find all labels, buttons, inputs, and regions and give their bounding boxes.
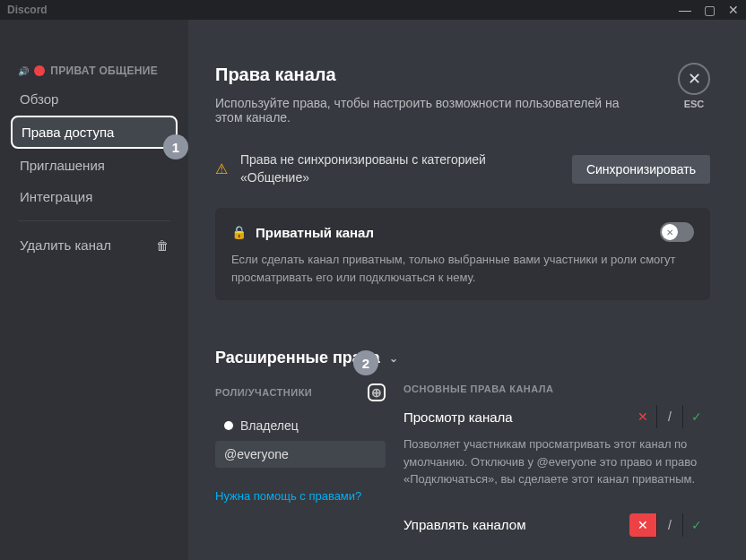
close-icon: ✕ (678, 63, 710, 95)
permission-neutral-button[interactable]: / (656, 513, 683, 537)
lock-icon: 🔒 (231, 225, 247, 239)
private-description: Если сделать канал приватным, только выб… (231, 251, 694, 286)
role-name: @everyone (224, 447, 289, 461)
roles-header-label: РОЛИ/УЧАСТНИКИ (215, 387, 312, 398)
sidebar-item-integrations[interactable]: Интеграция (11, 182, 178, 211)
private-title: Приватный канал (256, 225, 374, 240)
role-color-dot (224, 421, 233, 430)
advanced-permissions-header[interactable]: Расширенные права ⌄ 2 (215, 349, 710, 367)
close-window-icon[interactable]: ✕ (728, 4, 739, 16)
add-role-button[interactable]: ⊕ (368, 383, 386, 401)
permission-description: Позволяет участникам просматривать этот … (403, 435, 710, 488)
permissions-header: ОСНОВНЫЕ ПРАВА КАНАЛА (403, 383, 710, 394)
permission-toggle: ✕ / ✓ (629, 405, 710, 428)
divider (18, 220, 170, 221)
sidebar-item-invites[interactable]: Приглашения (11, 151, 178, 180)
permissions-help-link[interactable]: Нужна помощь с правами? (215, 489, 386, 503)
minimize-icon[interactable]: — (679, 4, 691, 16)
annotation-badge-2: 2 (353, 350, 378, 375)
permission-deny-button[interactable]: ✕ (629, 513, 656, 537)
role-name: Владелец (240, 418, 299, 433)
sidebar-item-label: Права доступа (22, 125, 114, 140)
permission-view-channel: Просмотр канала ✕ / ✓ Позволяет участник… (403, 405, 710, 488)
role-item-everyone[interactable]: @everyone (215, 441, 386, 468)
permission-deny-button[interactable]: ✕ (629, 405, 656, 428)
window-controls: — ▢ ✕ (679, 4, 739, 16)
sidebar-item-label: Удалить канал (20, 237, 111, 253)
sidebar-item-label: Интеграция (20, 189, 92, 204)
sidebar-item-permissions[interactable]: Права доступа 1 (11, 116, 178, 149)
channel-header: 🔊 ПРИВАТ ОБЩЕНИЕ (11, 65, 178, 84)
sidebar-item-label: Обзор (20, 91, 58, 107)
main-content: ✕ ESC Права канала Используйте права, чт… (188, 20, 746, 560)
roles-column: РОЛИ/УЧАСТНИКИ ⊕ Владелец @everyone Нужн… (215, 383, 386, 560)
permission-title: Управлять каналом (403, 517, 525, 532)
trash-icon: 🗑 (156, 238, 169, 253)
channel-name: ПРИВАТ ОБЩЕНИЕ (50, 65, 158, 77)
page-title: Права канала (215, 65, 710, 85)
maximize-icon[interactable]: ▢ (704, 4, 716, 16)
sidebar-item-label: Приглашения (20, 158, 105, 173)
annotation-badge-1: 1 (163, 134, 188, 159)
role-item-owner[interactable]: Владелец (215, 412, 386, 439)
permission-toggle: ✕ / ✓ (629, 513, 710, 537)
private-toggle[interactable] (660, 222, 694, 242)
sidebar-item-delete-channel[interactable]: Удалить канал 🗑 (11, 230, 178, 260)
titlebar: Discord — ▢ ✕ (0, 0, 746, 20)
app-title: Discord (7, 4, 48, 16)
warning-icon: ⚠ (215, 160, 228, 177)
permission-manage-channel: Управлять каналом ✕ / ✓ (403, 513, 710, 537)
close-label: ESC (678, 99, 710, 109)
sync-banner: ⚠ Права не синхронизированы с категорией… (215, 142, 710, 204)
sync-text: Права не синхронизированы с категорией «… (240, 151, 520, 186)
permission-neutral-button[interactable]: / (656, 405, 683, 428)
permission-allow-button[interactable]: ✓ (683, 405, 710, 428)
page-subtitle: Используйте права, чтобы настроить возмо… (215, 96, 646, 125)
sidebar-item-overview[interactable]: Обзор (11, 84, 178, 114)
permissions-column: ОСНОВНЫЕ ПРАВА КАНАЛА Просмотр канала ✕ … (403, 383, 710, 560)
roles-header: РОЛИ/УЧАСТНИКИ ⊕ (215, 383, 386, 401)
private-channel-card: 🔒 Приватный канал Если сделать канал при… (215, 208, 710, 300)
speaker-icon: 🔊 (18, 66, 29, 76)
sync-button[interactable]: Синхронизировать (572, 155, 710, 184)
plus-icon: ⊕ (371, 385, 383, 400)
close-settings-button[interactable]: ✕ ESC (678, 63, 710, 109)
permission-allow-button[interactable]: ✓ (683, 513, 710, 537)
settings-sidebar: 🔊 ПРИВАТ ОБЩЕНИЕ Обзор Права доступа 1 П… (0, 20, 188, 560)
status-dot-icon (34, 65, 45, 76)
chevron-down-icon: ⌄ (389, 352, 398, 365)
permission-title: Просмотр канала (403, 409, 513, 425)
